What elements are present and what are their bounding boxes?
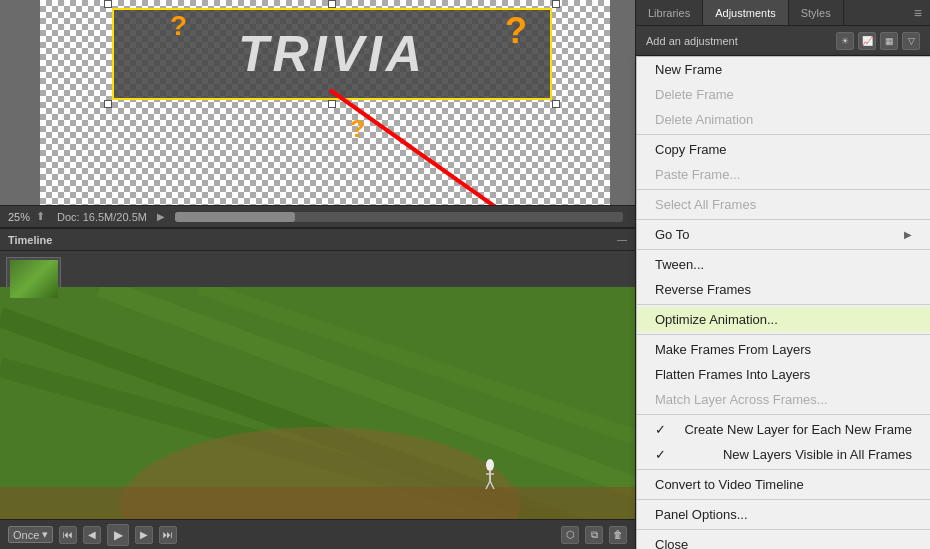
context-menu: New FrameDelete FrameDelete AnimationCop… — [636, 56, 930, 549]
curves-icon[interactable]: 📈 — [858, 32, 876, 50]
levels-icon[interactable]: ▦ — [880, 32, 898, 50]
menu-item-new-layer-each[interactable]: ✓Create New Layer for Each New Frame — [637, 417, 930, 442]
frame-thumb-inner — [10, 260, 58, 298]
svg-point-9 — [486, 459, 494, 471]
menu-separator-sep4 — [637, 249, 930, 250]
loop-label: Once — [13, 529, 39, 541]
question-mark-1: ? — [170, 10, 187, 42]
frame-thumbnail-1 — [10, 260, 58, 298]
menu-item-delete-frame: Delete Frame — [637, 82, 930, 107]
menu-separator-sep6 — [637, 334, 930, 335]
prev-frame-button[interactable]: ◀ — [83, 526, 101, 544]
menu-item-make-frames[interactable]: Make Frames From Layers — [637, 337, 930, 362]
menu-label-panel-options: Panel Options... — [655, 507, 748, 522]
timeline-collapse-icon[interactable]: — — [617, 234, 627, 245]
play-button[interactable]: ▶ — [107, 524, 129, 546]
tween-button[interactable]: ⬡ — [561, 526, 579, 544]
panel-header-text: Add an adjustment — [646, 35, 830, 47]
menu-separator-sep3 — [637, 219, 930, 220]
menu-check-new-layer-each: ✓ — [655, 422, 666, 437]
timeline-title: Timeline — [8, 234, 613, 246]
menu-item-delete-animation: Delete Animation — [637, 107, 930, 132]
field-lines-svg — [0, 287, 635, 547]
menu-item-paste-frame: Paste Frame... — [637, 162, 930, 187]
menu-label-close: Close — [655, 537, 688, 549]
panel-header: Add an adjustment ☀ 📈 ▦ ▽ — [636, 26, 930, 56]
menu-separator-sep10 — [637, 529, 930, 530]
question-mark-3: ? — [350, 115, 365, 143]
menu-item-new-frame[interactable]: New Frame — [637, 57, 930, 82]
zoom-level: 25% — [8, 211, 30, 223]
menu-separator-sep7 — [637, 414, 930, 415]
brightness-icon[interactable]: ☀ — [836, 32, 854, 50]
status-bar: 25% ⬆ Doc: 16.5M/20.5M ▶ — [0, 205, 635, 227]
tab-libraries[interactable]: Libraries — [636, 0, 703, 25]
menu-label-flatten-frames: Flatten Frames Into Layers — [655, 367, 810, 382]
timeline-controls: Once ▾ ⏮ ◀ ▶ ▶ ⏭ ⬡ ⧉ 🗑 — [0, 519, 635, 549]
selection-handle-bc — [328, 100, 336, 108]
menu-label-paste-frame: Paste Frame... — [655, 167, 740, 182]
selection-handle-tc — [328, 0, 336, 8]
right-panel: Libraries Adjustments Styles ≡ Add an ad… — [635, 0, 930, 549]
first-frame-button[interactable]: ⏮ — [59, 526, 77, 544]
menu-item-panel-options[interactable]: Panel Options... — [637, 502, 930, 527]
selection-handle-bl — [104, 100, 112, 108]
menu-item-convert-video[interactable]: Convert to Video Timeline — [637, 472, 930, 497]
menu-item-copy-frame[interactable]: Copy Frame — [637, 137, 930, 162]
menu-label-copy-frame: Copy Frame — [655, 142, 727, 157]
menu-item-new-layers-visible[interactable]: ✓New Layers Visible in All Frames — [637, 442, 930, 467]
menu-item-close[interactable]: Close — [637, 532, 930, 549]
menu-item-select-all-frames: Select All Frames — [637, 192, 930, 217]
status-arrow-icon: ▶ — [157, 211, 165, 222]
canvas-area: TRIVIA ? ? ? — [0, 0, 635, 220]
tab-styles[interactable]: Styles — [789, 0, 844, 25]
menu-separator-sep5 — [637, 304, 930, 305]
menu-item-reverse-frames[interactable]: Reverse Frames — [637, 277, 930, 302]
panel-tab-menu-icon[interactable]: ≡ — [906, 0, 930, 25]
timeline-header: Timeline — — [0, 229, 635, 251]
menu-separator-sep8 — [637, 469, 930, 470]
menu-separator-sep9 — [637, 499, 930, 500]
main-area: TRIVIA ? ? ? — [0, 0, 635, 549]
menu-label-convert-video: Convert to Video Timeline — [655, 477, 804, 492]
doc-size: Doc: 16.5M/20.5M — [57, 211, 147, 223]
last-frame-button[interactable]: ⏭ — [159, 526, 177, 544]
menu-arrow-go-to: ▶ — [904, 229, 912, 240]
menu-label-optimize-animation: Optimize Animation... — [655, 312, 778, 327]
horizontal-scrollbar[interactable] — [175, 212, 623, 222]
menu-item-tween[interactable]: Tween... — [637, 252, 930, 277]
menu-label-select-all-frames: Select All Frames — [655, 197, 756, 212]
canvas-overlay: TRIVIA ? ? ? — [40, 0, 610, 205]
menu-item-flatten-frames[interactable]: Flatten Frames Into Layers — [637, 362, 930, 387]
duplicate-frame-button[interactable]: ⧉ — [585, 526, 603, 544]
loop-select[interactable]: Once ▾ — [8, 526, 53, 543]
menu-label-go-to: Go To — [655, 227, 689, 242]
menu-label-make-frames: Make Frames From Layers — [655, 342, 811, 357]
timeline-panel: Timeline — — [0, 227, 635, 549]
question-mark-2: ? — [505, 10, 527, 52]
baseball-field — [0, 287, 635, 547]
next-frame-button[interactable]: ▶ — [135, 526, 153, 544]
selection-handle-tl — [104, 0, 112, 8]
menu-label-new-frame: New Frame — [655, 62, 722, 77]
panel-tabs: Libraries Adjustments Styles ≡ — [636, 0, 930, 26]
more-adj-icon[interactable]: ▽ — [902, 32, 920, 50]
panel-header-icons: ☀ 📈 ▦ ▽ — [836, 32, 920, 50]
loop-arrow-icon: ▾ — [42, 528, 48, 541]
menu-label-delete-frame: Delete Frame — [655, 87, 734, 102]
menu-check-new-layers-visible: ✓ — [655, 447, 666, 462]
menu-separator-sep2 — [637, 189, 930, 190]
selection-handle-br — [552, 100, 560, 108]
tab-adjustments[interactable]: Adjustments — [703, 0, 789, 25]
scrollbar-thumb — [175, 212, 295, 222]
delete-frame-button[interactable]: 🗑 — [609, 526, 627, 544]
menu-label-reverse-frames: Reverse Frames — [655, 282, 751, 297]
menu-label-delete-animation: Delete Animation — [655, 112, 753, 127]
menu-separator-sep1 — [637, 134, 930, 135]
menu-item-match-layer: Match Layer Across Frames... — [637, 387, 930, 412]
menu-label-new-layer-each: Create New Layer for Each New Frame — [684, 422, 912, 437]
menu-item-go-to[interactable]: Go To▶ — [637, 222, 930, 247]
menu-item-optimize-animation[interactable]: Optimize Animation... — [637, 307, 930, 332]
menu-label-tween: Tween... — [655, 257, 704, 272]
status-share-icon: ⬆ — [36, 210, 45, 223]
